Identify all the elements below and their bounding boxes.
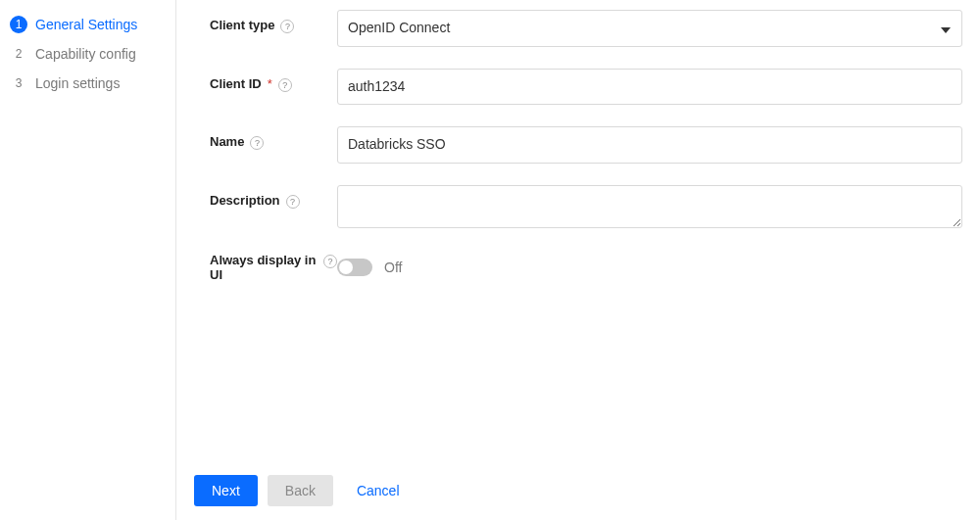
back-button[interactable]: Back (268, 475, 333, 506)
step-badge: 3 (10, 74, 27, 92)
step-badge: 1 (10, 16, 27, 33)
help-icon[interactable]: ? (278, 78, 292, 92)
step-general-settings[interactable]: 1 General Settings (0, 10, 175, 39)
step-login-settings[interactable]: 3 Login settings (0, 69, 175, 98)
help-icon[interactable]: ? (286, 195, 300, 209)
toggle-state-label: Off (384, 260, 402, 275)
client-type-label: Client type ? (210, 10, 337, 33)
step-label: Capability config (35, 46, 136, 62)
step-badge: 2 (10, 45, 27, 63)
wizard-sidebar: 1 General Settings 2 Capability config 3… (0, 0, 176, 520)
client-type-select[interactable]: OpenID Connect (337, 10, 962, 47)
step-capability-config[interactable]: 2 Capability config (0, 39, 175, 69)
client-id-label: Client ID * ? (210, 69, 337, 92)
name-label: Name ? (210, 126, 337, 150)
wizard-footer: Next Back Cancel (194, 475, 414, 506)
step-label: General Settings (35, 17, 137, 32)
always-display-toggle[interactable] (337, 259, 372, 276)
toggle-thumb (339, 260, 353, 274)
description-textarea[interactable] (337, 185, 962, 228)
client-id-input[interactable] (337, 69, 962, 106)
help-icon[interactable]: ? (323, 255, 337, 268)
required-indicator: * (268, 76, 272, 91)
next-button[interactable]: Next (194, 475, 258, 506)
help-icon[interactable]: ? (280, 20, 294, 33)
form-panel: Client type ? OpenID Connect Client ID *… (176, 0, 980, 520)
cancel-button[interactable]: Cancel (343, 475, 414, 506)
help-icon[interactable]: ? (250, 136, 264, 150)
description-label: Description ? (210, 185, 337, 209)
always-display-label: Always display in UI ? (210, 253, 337, 282)
step-label: Login settings (35, 75, 120, 91)
name-input[interactable] (337, 126, 962, 164)
